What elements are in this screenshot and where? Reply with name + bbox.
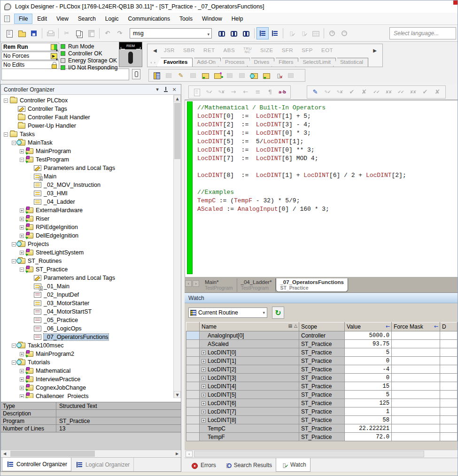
instruction-sfr[interactable]: SFR <box>282 47 294 53</box>
row-selector[interactable] <box>186 348 200 357</box>
collapse-icon[interactable]: − <box>12 141 16 145</box>
instruction-sfp[interactable]: SFP <box>302 47 313 53</box>
redo-button[interactable] <box>114 28 125 39</box>
tree-item-delledgeignition[interactable]: +DellEdgeIgnition <box>1 231 173 240</box>
watch-row[interactable]: +LocDINT[6]ST_Practice125 <box>186 399 458 407</box>
scroll-up-icon[interactable]: ▲ <box>174 95 181 102</box>
tab-errors[interactable]: Errors <box>186 458 220 472</box>
tree-item-maintask[interactable]: −MainTask <box>1 138 173 147</box>
watch-force-mask[interactable] <box>392 424 440 433</box>
run-mode-icon[interactable] <box>51 44 57 50</box>
new-program-button[interactable] <box>200 70 211 81</box>
watch-tag-value[interactable]: 0 <box>345 357 392 365</box>
tree-item-streetlightsystem[interactable]: +StreetLightSystem <box>1 248 173 257</box>
expand-icon[interactable]: + <box>20 225 24 230</box>
tree-item-mainprogram2[interactable]: +MainProgram2 <box>1 350 173 358</box>
watch-row[interactable]: +LocDINT[3]ST_Practice0 <box>186 374 458 382</box>
accept-pending-edits-button[interactable] <box>322 86 333 98</box>
watch-tag-value[interactable]: 22.222221 <box>345 424 392 433</box>
routine-doc-button[interactable] <box>191 86 202 98</box>
verify-doc-button[interactable] <box>216 86 227 98</box>
watch-force-mask[interactable] <box>392 391 440 399</box>
tag-editor-button[interactable] <box>151 70 162 81</box>
watch-tag-value[interactable]: 93.75 <box>345 340 392 348</box>
tree-item-st-practice[interactable]: −ST_Practice <box>1 265 173 274</box>
expand-icon[interactable]: + <box>202 351 206 355</box>
expand-icon[interactable]: + <box>20 394 24 399</box>
tree-item-parameters-and-local-tags[interactable]: Parameters and Local Tags <box>1 164 173 172</box>
zoom-out-button[interactable] <box>339 28 350 39</box>
watch-force-mask[interactable] <box>392 433 440 441</box>
scroll-left-icon[interactable]: ◀ <box>1 450 8 457</box>
tree-item-mainprogram[interactable]: +MainProgram <box>1 147 173 155</box>
controller-organizer-toggle-button[interactable] <box>257 28 268 39</box>
row-selector[interactable] <box>186 424 200 433</box>
watch-tag-value[interactable]: -4 <box>345 365 392 374</box>
watch-force-mask[interactable] <box>392 374 440 382</box>
watch-tag-name[interactable]: AScaled <box>200 340 299 348</box>
sort-ascending-icon[interactable]: △ <box>294 323 297 328</box>
tab-watch[interactable]: Watch <box>276 458 311 472</box>
row-selector[interactable] <box>186 399 200 407</box>
zoom-in-button[interactable] <box>326 28 338 39</box>
watch-tag-name[interactable]: +LocDINT[4] <box>200 382 299 391</box>
tree-item-task100msec[interactable]: −Task100msec <box>1 341 173 350</box>
tree-item-interviewpractice[interactable]: +InterviewPractice <box>1 375 173 384</box>
tree-item-parameters-and-local-tags[interactable]: Parameters and Local Tags <box>1 274 173 282</box>
column-header-force-mask[interactable]: Force Mask← <box>392 322 440 331</box>
expand-icon[interactable]: + <box>20 149 24 154</box>
corner-tool-button[interactable] <box>224 70 235 81</box>
controller-status-toggle-button[interactable] <box>132 69 140 79</box>
cut-button[interactable] <box>61 28 72 39</box>
find-all-button[interactable] <box>241 28 252 39</box>
column-header-d[interactable]: D <box>440 322 458 331</box>
find-down-button[interactable] <box>216 28 227 39</box>
watch-tag-value[interactable]: 5 <box>345 391 392 399</box>
expand-icon[interactable]: + <box>20 251 24 255</box>
language-select[interactable]: Select language... <box>389 27 456 39</box>
search-combo[interactable]: msg ▾ <box>130 28 212 38</box>
tree-item--05-practice[interactable]: _05_Practice <box>1 316 173 324</box>
watch-row[interactable]: +LocDINT[4]ST_Practice15 <box>186 382 458 391</box>
compare-button[interactable] <box>187 70 199 81</box>
collapse-icon[interactable]: − <box>4 99 8 103</box>
row-selector[interactable] <box>186 365 200 374</box>
watch-force-mask[interactable] <box>392 331 440 340</box>
tree-item-rpiedgeignition[interactable]: +RPiEdgeIgnition <box>1 223 173 231</box>
watch-tag-name[interactable]: +LocDINT[0] <box>200 348 299 357</box>
watch-force-mask[interactable] <box>392 416 440 424</box>
tree-item--06-logicops[interactable]: _06_LogicOps <box>1 324 173 333</box>
expand-icon[interactable]: + <box>202 359 206 363</box>
logical-organizer-toggle-button[interactable] <box>269 28 280 39</box>
menu-edit[interactable]: Edit <box>33 14 51 23</box>
instruction-abs[interactable]: ABS <box>224 47 235 53</box>
palette-tab-statistical[interactable]: Statistical <box>333 58 368 67</box>
expand-icon[interactable]: + <box>20 234 24 238</box>
watch-scope-combo[interactable]: Current Routine ▾ <box>188 307 267 318</box>
column-header-name[interactable]: Name▤△ <box>200 322 299 331</box>
palette-tab-filters[interactable]: Filters <box>272 58 298 67</box>
tree-item-st-routines[interactable]: −ST_Routines <box>1 257 173 265</box>
menu-search[interactable]: Search <box>74 14 100 23</box>
watch-row[interactable]: +LocDINT[1]ST_Practice0 <box>186 357 458 365</box>
chevron-down-icon[interactable]: ▾ <box>154 86 161 92</box>
tree-item-tutorials[interactable]: −Tutorials <box>1 358 173 367</box>
instruction-sbr[interactable]: SBR <box>183 47 195 53</box>
watch-tag-name[interactable]: +LocDINT[2] <box>200 365 299 374</box>
expand-icon[interactable]: + <box>202 368 206 372</box>
editor-tab-main-[interactable]: Main*TestProgram <box>201 278 237 292</box>
menu-help[interactable]: Help <box>227 14 248 23</box>
tree-item-controller-plcbox[interactable]: −Controller PLCbox <box>1 96 173 105</box>
edit-arrow-icon[interactable]: ← <box>386 323 390 330</box>
properties-button[interactable] <box>285 70 296 81</box>
palette-tab-select-limit[interactable]: Select/Limit <box>295 58 335 67</box>
watch-row[interactable]: +LocDINT[5]ST_Practice5 <box>186 391 458 399</box>
tab-search-results[interactable]: Search Results <box>220 458 276 472</box>
watch-row[interactable]: +LocDINT[7]ST_Practice1 <box>186 407 458 416</box>
map-program-button[interactable] <box>212 70 223 81</box>
column-layout-icon[interactable]: ▤ <box>288 323 292 328</box>
instruction-size[interactable]: SIZE <box>260 47 273 53</box>
palette-scroll-right-icon[interactable]: ▶ <box>373 48 377 53</box>
tree-item-cognexjobchange[interactable]: +CognexJobChange <box>1 384 173 392</box>
collapse-icon[interactable]: − <box>20 158 24 162</box>
